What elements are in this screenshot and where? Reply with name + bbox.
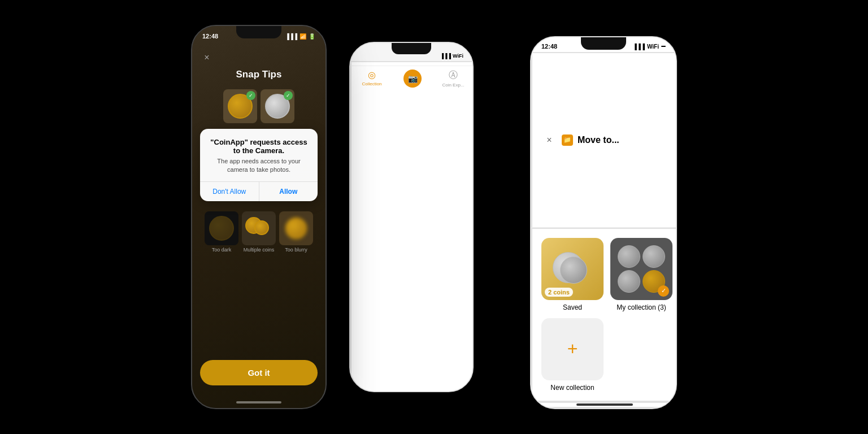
multiple-coins-img	[242, 211, 276, 245]
camera-icon: 📷	[408, 74, 418, 83]
saved-count-badge: 2 coins	[545, 288, 573, 297]
phone3-status-icons: ▐▐▐ WiFi	[633, 44, 666, 50]
nav-collection[interactable]: ◎ Collection	[351, 70, 392, 392]
wifi-icon: 📶	[300, 33, 306, 40]
multi-coin-2	[254, 220, 269, 235]
collection-new[interactable]: + New collection	[541, 318, 604, 392]
collection-nav-icon: ◎	[368, 70, 376, 80]
phone3-home-indicator	[531, 402, 677, 408]
saved-label: Saved	[563, 303, 582, 311]
phone1-screen: 12:48 ▐▐▐ 📶 🔋 × Snap Tips	[192, 26, 326, 408]
move-to-header: × 📁 Move to...	[531, 52, 677, 228]
camera-permission-dialog: "CoinApp" requests access to the Camera.…	[200, 129, 318, 201]
dark-coin	[209, 216, 234, 241]
phone-move-to: 12:48 ▐▐▐ WiFi × 📁 Move to...	[530, 36, 677, 409]
nav-expert-label: Coin Exp...	[442, 83, 464, 88]
nav-collection-label: Collection	[362, 81, 381, 86]
coin-example-good-2	[261, 89, 294, 123]
mini-coin-3	[618, 270, 640, 293]
ai-nav-icon: Ⓐ	[449, 70, 458, 81]
p3-battery-icon	[661, 46, 666, 47]
my-collection-label: My collection (3)	[617, 303, 666, 311]
signal-icon: ▐▐▐	[285, 33, 297, 40]
phone1-status-icons: ▐▐▐ 📶 🔋	[285, 33, 315, 40]
snap-tips-title: Snap Tips	[236, 69, 282, 80]
dark-label: Too dark	[212, 247, 232, 253]
phone1-home-indicator	[236, 401, 281, 403]
battery-icon: 🔋	[309, 33, 315, 40]
blurry-coin-img	[279, 211, 313, 245]
permission-title: "CoinApp" requests access to the Camera.	[209, 138, 309, 155]
permission-buttons: Don't Allow Allow	[200, 181, 318, 201]
mini-coin-2	[643, 245, 665, 268]
home-bar	[576, 403, 633, 406]
coins-pile	[550, 246, 595, 292]
phone-coins-collection: ▐▐▐ WiFi Coins Collection Snap history	[349, 42, 474, 392]
move-to-title: Move to...	[578, 135, 619, 145]
new-collection-label: New collection	[550, 384, 594, 392]
phone2-status-bar: ▐▐▐ WiFi	[350, 43, 472, 61]
phone2-status-icons: ▐▐▐ WiFi	[440, 53, 463, 59]
p2-signal-icon: ▐▐▐	[440, 53, 451, 59]
p3-wifi-icon: WiFi	[647, 44, 659, 50]
phones-container: 12:48 ▐▐▐ 📶 🔋 × Snap Tips	[180, 19, 688, 415]
collections-grid: 2 coins Saved ✓ My co	[531, 228, 677, 402]
camera-button[interactable]: 📷	[403, 70, 422, 88]
phone3-notch	[581, 37, 626, 50]
nav-camera[interactable]: 📷	[392, 70, 433, 392]
bad-coin-examples: Too dark Multiple coins Too blurry	[198, 211, 320, 253]
new-collection-plus-icon: +	[567, 338, 578, 359]
permission-message: The app needs access to your camera to t…	[209, 157, 309, 175]
move-to-close-button[interactable]: ×	[541, 132, 557, 148]
got-it-button[interactable]: Got it	[200, 360, 318, 385]
collection-saved[interactable]: 2 coins Saved	[541, 238, 604, 311]
new-collection-thumb: +	[541, 318, 604, 380]
folder-icon: 📁	[562, 134, 573, 146]
close-button[interactable]: ×	[200, 51, 214, 64]
coin-example-good-1	[223, 89, 257, 123]
phone2-screen: ▐▐▐ WiFi Coins Collection Snap history	[350, 43, 472, 391]
pile-coin-2	[560, 257, 587, 284]
phone3-screen: 12:48 ▐▐▐ WiFi × 📁 Move to...	[531, 37, 676, 408]
saved-thumb: 2 coins	[541, 238, 604, 300]
dark-coin-img	[205, 211, 238, 245]
collection-my[interactable]: ✓ My collection (3)	[610, 238, 672, 311]
my-collection-thumb: ✓	[610, 238, 672, 300]
mini-coin-1	[618, 245, 640, 268]
coin-visual-1	[228, 94, 253, 119]
p3-signal-icon: ▐▐▐	[633, 44, 645, 50]
phone1-notch	[236, 26, 281, 38]
phone3-time: 12:48	[541, 43, 557, 50]
allow-button[interactable]: Allow	[259, 182, 318, 201]
p2-wifi-icon: WiFi	[453, 53, 463, 59]
bad-example-multiple: Multiple coins	[242, 211, 276, 253]
blurry-label: Too blurry	[285, 247, 307, 253]
phone-snap-tips: 12:48 ▐▐▐ 📶 🔋 × Snap Tips	[191, 25, 327, 409]
coin-visual-2	[265, 94, 290, 119]
selected-check-badge: ✓	[658, 285, 669, 297]
multiple-label: Multiple coins	[244, 247, 275, 253]
blurry-coin	[285, 218, 307, 239]
dont-allow-button[interactable]: Don't Allow	[200, 182, 259, 201]
nav-coin-expert[interactable]: Ⓐ Coin Exp...	[433, 70, 474, 392]
bad-example-blurry: Too blurry	[279, 211, 313, 253]
bottom-nav: ◎ Collection 📷 Ⓐ Coin Exp...	[350, 66, 474, 392]
phone1-time: 12:48	[202, 33, 218, 40]
bad-example-dark: Too dark	[205, 211, 238, 253]
good-coin-examples	[216, 89, 301, 123]
